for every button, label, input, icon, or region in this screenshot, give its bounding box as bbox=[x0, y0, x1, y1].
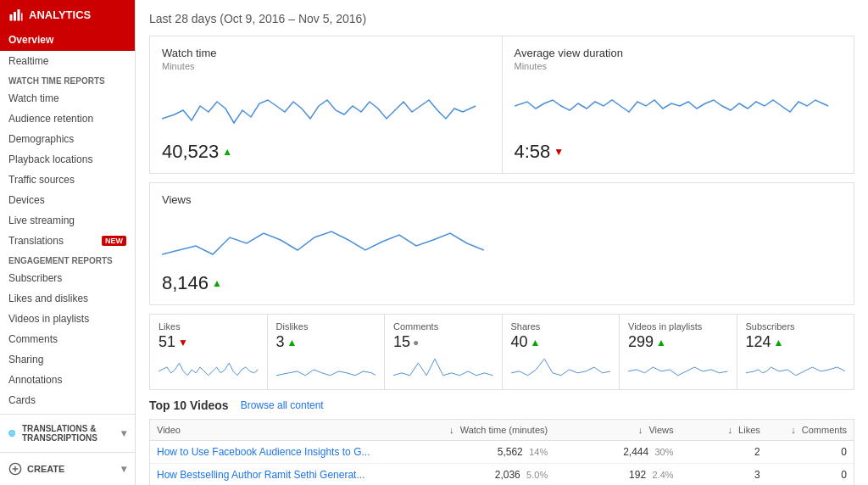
videos-playlists-trend-icon: ▲ bbox=[656, 337, 666, 348]
comments-sparkline bbox=[393, 354, 493, 380]
col-header-comments[interactable]: ↓ Comments bbox=[769, 425, 847, 435]
stat-shares: Shares 40 ▲ bbox=[503, 315, 620, 389]
likes-label: Likes bbox=[159, 321, 259, 332]
watch-time-sparkline bbox=[162, 76, 484, 136]
translations-label: TRANSLATIONS & TRANSCRIPTIONS bbox=[22, 424, 116, 443]
sidebar-item-videos-playlists[interactable]: Videos in playlists bbox=[0, 309, 135, 329]
views-trend-icon: ▲ bbox=[212, 277, 222, 289]
sidebar-section-watchtime: Watch time reports bbox=[0, 71, 135, 88]
sidebar-section-engagement: Engagement reports bbox=[0, 251, 135, 268]
shares-label: Shares bbox=[511, 321, 611, 332]
sidebar-item-likes-dislikes[interactable]: Likes and dislikes bbox=[0, 288, 135, 309]
sidebar-create-section[interactable]: CREATE ▾ bbox=[0, 456, 135, 482]
watch-time-trend-icon: ▲ bbox=[222, 146, 232, 158]
translate-icon: 🌐 bbox=[8, 426, 17, 440]
sidebar-item-subscribers[interactable]: Subscribers bbox=[0, 268, 135, 288]
likes-value: 51 ▼ bbox=[159, 333, 259, 351]
col-header-video: Video bbox=[157, 425, 392, 435]
sidebar-item-demographics[interactable]: Demographics bbox=[0, 129, 135, 149]
top10-section: Top 10 Videos Browse all content Video ↓… bbox=[149, 399, 854, 485]
top-charts-row: Watch time Minutes 40,523 ▲ Average view… bbox=[149, 36, 854, 174]
sidebar-brand: ANALYTICS bbox=[0, 0, 135, 29]
subscribers-trend-icon: ▲ bbox=[774, 337, 784, 348]
analytics-icon bbox=[8, 7, 24, 22]
row2-views: 192 2.4% bbox=[556, 469, 682, 481]
row1-video-link[interactable]: How to Use Facebook Audience Insights to… bbox=[157, 446, 370, 458]
sidebar-item-realtime[interactable]: Realtime bbox=[0, 51, 135, 71]
watch-time-subtitle: Minutes bbox=[162, 61, 490, 71]
avg-view-duration-title: Average view duration bbox=[515, 47, 843, 59]
sidebar-item-sharing[interactable]: Sharing bbox=[0, 349, 135, 370]
col-header-views[interactable]: ↓ Views bbox=[556, 425, 682, 435]
date-range: Last 28 days (Oct 9, 2016 – Nov 5, 2016) bbox=[149, 12, 854, 25]
stat-comments: Comments 15 ● bbox=[385, 315, 503, 389]
svg-rect-0 bbox=[10, 14, 13, 21]
main-content: Last 28 days (Oct 9, 2016 – Nov 5, 2016)… bbox=[136, 0, 868, 485]
dislikes-trend-icon: ▲ bbox=[287, 337, 298, 348]
top10-title: Top 10 Videos bbox=[149, 399, 229, 412]
table-header: Video ↓ Watch time (minutes) ↓ Views ↓ L… bbox=[150, 420, 854, 441]
new-badge: NEW bbox=[102, 236, 126, 246]
sidebar-item-translations[interactable]: Translations NEW bbox=[0, 231, 135, 251]
videos-playlists-value: 299 ▲ bbox=[628, 333, 728, 351]
watch-time-value: 40,523 ▲ bbox=[162, 141, 490, 163]
col-header-likes[interactable]: ↓ Likes bbox=[682, 425, 769, 435]
sidebar: ANALYTICS Overview Realtime Watch time r… bbox=[0, 0, 136, 485]
browse-all-link[interactable]: Browse all content bbox=[241, 399, 324, 411]
sidebar-item-overview[interactable]: Overview bbox=[0, 29, 135, 51]
sidebar-item-watchtime[interactable]: Watch time bbox=[0, 88, 135, 109]
sidebar-item-cards[interactable]: Cards bbox=[0, 390, 135, 410]
row1-likes: 2 bbox=[682, 446, 769, 458]
chevron-down-create-icon: ▾ bbox=[121, 463, 126, 475]
views-value: 8,146 ▲ bbox=[162, 272, 495, 294]
subscribers-label: Subscribers bbox=[746, 321, 846, 332]
chevron-down-icon: ▾ bbox=[121, 427, 126, 439]
sort-watchtime-icon: ↓ bbox=[449, 425, 454, 435]
create-label: CREATE bbox=[27, 464, 64, 474]
stat-subscribers: Subscribers 124 ▲ bbox=[737, 315, 854, 389]
avg-view-duration-value: 4:58 ▼ bbox=[515, 141, 843, 163]
top10-header: Top 10 Videos Browse all content bbox=[149, 399, 854, 412]
brand-label: ANALYTICS bbox=[29, 8, 91, 21]
avg-view-duration-sparkline bbox=[515, 76, 837, 136]
avg-view-duration-chart: Average view duration Minutes 4:58 ▼ bbox=[503, 36, 854, 173]
dislikes-sparkline bbox=[276, 354, 376, 380]
sidebar-item-audience-retention[interactable]: Audience retention bbox=[0, 109, 135, 129]
sidebar-item-playback-locations[interactable]: Playback locations bbox=[0, 149, 135, 170]
row2-video-link[interactable]: How Bestselling Author Ramit Sethi Gener… bbox=[157, 469, 364, 481]
sidebar-translations-section[interactable]: 🌐 TRANSLATIONS & TRANSCRIPTIONS ▾ bbox=[0, 418, 135, 449]
watch-time-chart: Watch time Minutes 40,523 ▲ bbox=[150, 36, 503, 173]
row2-likes: 3 bbox=[682, 469, 769, 481]
views-sparkline bbox=[162, 208, 484, 267]
svg-rect-2 bbox=[18, 9, 20, 21]
comments-trend-icon: ● bbox=[413, 337, 419, 348]
svg-text:🌐: 🌐 bbox=[8, 429, 16, 437]
row2-watchtime: 2,036 5.0% bbox=[392, 469, 556, 481]
videos-playlists-label: Videos in playlists bbox=[628, 321, 728, 332]
subscribers-value: 124 ▲ bbox=[746, 333, 846, 351]
svg-rect-1 bbox=[14, 12, 16, 21]
shares-value: 40 ▲ bbox=[511, 333, 611, 351]
top10-table: Video ↓ Watch time (minutes) ↓ Views ↓ L… bbox=[149, 419, 854, 485]
comments-label: Comments bbox=[393, 321, 493, 332]
comments-value: 15 ● bbox=[393, 333, 493, 351]
sidebar-item-live-streaming[interactable]: Live streaming bbox=[0, 210, 135, 231]
dislikes-label: Dislikes bbox=[276, 321, 376, 332]
create-icon bbox=[8, 462, 22, 476]
sidebar-item-devices[interactable]: Devices bbox=[0, 190, 135, 210]
shares-sparkline bbox=[511, 354, 611, 380]
row1-comments: 0 bbox=[769, 446, 847, 458]
sidebar-item-comments[interactable]: Comments bbox=[0, 329, 135, 349]
sidebar-item-annotations[interactable]: Annotations bbox=[0, 370, 135, 390]
sidebar-item-traffic-sources[interactable]: Traffic sources bbox=[0, 170, 135, 190]
shares-trend-icon: ▲ bbox=[531, 337, 541, 348]
subscribers-sparkline bbox=[746, 354, 846, 380]
sort-comments-icon: ↓ bbox=[791, 425, 796, 435]
row1-video: How to Use Facebook Audience Insights to… bbox=[157, 446, 392, 458]
watch-time-title: Watch time bbox=[162, 47, 490, 59]
col-header-watchtime[interactable]: ↓ Watch time (minutes) bbox=[392, 425, 556, 435]
stat-likes: Likes 51 ▼ bbox=[150, 315, 268, 389]
stat-videos-playlists: Videos in playlists 299 ▲ bbox=[620, 315, 737, 389]
sort-views-icon: ↓ bbox=[638, 425, 643, 435]
dislikes-value: 3 ▲ bbox=[276, 333, 376, 351]
